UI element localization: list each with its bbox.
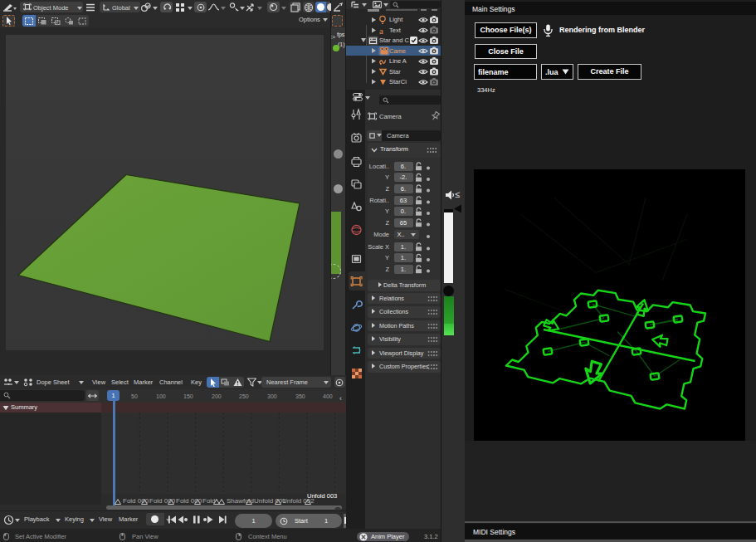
svg-text:a: a [379, 26, 383, 36]
